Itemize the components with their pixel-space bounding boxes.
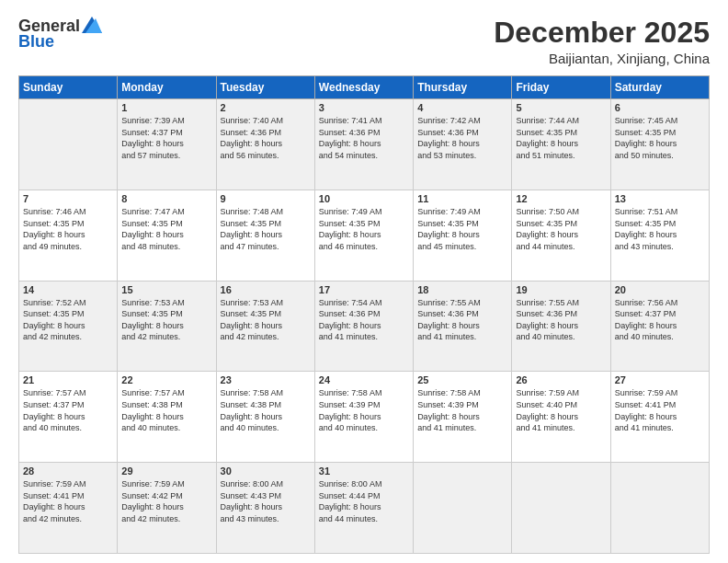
table-row: 18Sunrise: 7:55 AM Sunset: 4:36 PM Dayli… xyxy=(414,281,512,372)
calendar-row-3: 21Sunrise: 7:57 AM Sunset: 4:37 PM Dayli… xyxy=(19,372,710,463)
table-row xyxy=(512,463,610,554)
day-info: Sunrise: 8:00 AM Sunset: 4:44 PM Dayligh… xyxy=(319,478,409,524)
day-info: Sunrise: 7:46 AM Sunset: 4:35 PM Dayligh… xyxy=(23,206,113,252)
day-number: 27 xyxy=(615,374,705,385)
logo: General Blue xyxy=(18,17,102,52)
day-info: Sunrise: 7:56 AM Sunset: 4:37 PM Dayligh… xyxy=(615,297,705,343)
day-number: 17 xyxy=(319,284,409,295)
day-info: Sunrise: 7:41 AM Sunset: 4:36 PM Dayligh… xyxy=(319,115,409,161)
day-number: 20 xyxy=(615,284,705,295)
month-title: December 2025 xyxy=(494,17,710,49)
day-info: Sunrise: 7:57 AM Sunset: 4:38 PM Dayligh… xyxy=(121,387,211,433)
table-row: 11Sunrise: 7:49 AM Sunset: 4:35 PM Dayli… xyxy=(414,190,512,281)
header: General Blue December 2025 Baijiantan, X… xyxy=(18,17,710,66)
day-info: Sunrise: 7:53 AM Sunset: 4:35 PM Dayligh… xyxy=(121,297,211,343)
day-number: 19 xyxy=(516,284,606,295)
table-row: 23Sunrise: 7:58 AM Sunset: 4:38 PM Dayli… xyxy=(216,372,314,463)
table-row: 20Sunrise: 7:56 AM Sunset: 4:37 PM Dayli… xyxy=(610,281,709,372)
table-row: 7Sunrise: 7:46 AM Sunset: 4:35 PM Daylig… xyxy=(19,190,118,281)
subtitle: Baijiantan, Xinjiang, China xyxy=(494,51,710,66)
day-number: 25 xyxy=(417,374,507,385)
table-row: 5Sunrise: 7:44 AM Sunset: 4:35 PM Daylig… xyxy=(512,99,610,190)
day-info: Sunrise: 7:51 AM Sunset: 4:35 PM Dayligh… xyxy=(615,206,705,252)
logo-blue: Blue xyxy=(18,32,54,52)
table-row: 21Sunrise: 7:57 AM Sunset: 4:37 PM Dayli… xyxy=(19,372,118,463)
day-number: 7 xyxy=(23,193,113,204)
day-number: 18 xyxy=(417,284,507,295)
title-block: December 2025 Baijiantan, Xinjiang, Chin… xyxy=(494,17,710,66)
day-number: 3 xyxy=(319,102,409,113)
col-sunday: Sunday xyxy=(19,76,118,99)
day-number: 5 xyxy=(516,102,606,113)
day-info: Sunrise: 7:57 AM Sunset: 4:37 PM Dayligh… xyxy=(23,387,113,433)
day-info: Sunrise: 7:52 AM Sunset: 4:35 PM Dayligh… xyxy=(23,297,113,343)
table-row: 15Sunrise: 7:53 AM Sunset: 4:35 PM Dayli… xyxy=(118,281,216,372)
day-info: Sunrise: 8:00 AM Sunset: 4:43 PM Dayligh… xyxy=(221,478,311,524)
day-number: 1 xyxy=(121,102,211,113)
table-row: 12Sunrise: 7:50 AM Sunset: 4:35 PM Dayli… xyxy=(512,190,610,281)
day-number: 29 xyxy=(121,465,211,477)
day-info: Sunrise: 7:53 AM Sunset: 4:35 PM Dayligh… xyxy=(221,297,311,343)
table-row: 29Sunrise: 7:59 AM Sunset: 4:42 PM Dayli… xyxy=(118,463,216,554)
day-number: 24 xyxy=(319,374,409,385)
day-info: Sunrise: 7:58 AM Sunset: 4:38 PM Dayligh… xyxy=(221,387,311,433)
day-number: 21 xyxy=(23,374,113,385)
table-row: 24Sunrise: 7:58 AM Sunset: 4:39 PM Dayli… xyxy=(314,372,413,463)
table-row: 30Sunrise: 8:00 AM Sunset: 4:43 PM Dayli… xyxy=(216,463,314,554)
table-row: 22Sunrise: 7:57 AM Sunset: 4:38 PM Dayli… xyxy=(118,372,216,463)
day-number: 13 xyxy=(615,193,705,204)
day-number: 16 xyxy=(221,284,311,295)
col-wednesday: Wednesday xyxy=(314,76,413,99)
table-row xyxy=(414,463,512,554)
day-number: 22 xyxy=(121,374,211,385)
col-monday: Monday xyxy=(118,76,216,99)
table-row xyxy=(19,99,118,190)
calendar: Sunday Monday Tuesday Wednesday Thursday… xyxy=(18,75,710,554)
table-row: 17Sunrise: 7:54 AM Sunset: 4:36 PM Dayli… xyxy=(314,281,413,372)
day-info: Sunrise: 7:59 AM Sunset: 4:41 PM Dayligh… xyxy=(615,387,705,433)
day-info: Sunrise: 7:44 AM Sunset: 4:35 PM Dayligh… xyxy=(516,115,606,161)
day-info: Sunrise: 7:45 AM Sunset: 4:35 PM Dayligh… xyxy=(615,115,705,161)
calendar-row-0: 1Sunrise: 7:39 AM Sunset: 4:37 PM Daylig… xyxy=(19,99,710,190)
calendar-row-1: 7Sunrise: 7:46 AM Sunset: 4:35 PM Daylig… xyxy=(19,190,710,281)
day-info: Sunrise: 7:49 AM Sunset: 4:35 PM Dayligh… xyxy=(417,206,507,252)
table-row: 8Sunrise: 7:47 AM Sunset: 4:35 PM Daylig… xyxy=(118,190,216,281)
day-number: 15 xyxy=(121,284,211,295)
table-row: 4Sunrise: 7:42 AM Sunset: 4:36 PM Daylig… xyxy=(414,99,512,190)
day-info: Sunrise: 7:47 AM Sunset: 4:35 PM Dayligh… xyxy=(121,206,211,252)
table-row: 31Sunrise: 8:00 AM Sunset: 4:44 PM Dayli… xyxy=(314,463,413,554)
day-info: Sunrise: 7:55 AM Sunset: 4:36 PM Dayligh… xyxy=(516,297,606,343)
table-row: 28Sunrise: 7:59 AM Sunset: 4:41 PM Dayli… xyxy=(19,463,118,554)
day-info: Sunrise: 7:58 AM Sunset: 4:39 PM Dayligh… xyxy=(319,387,409,433)
table-row: 19Sunrise: 7:55 AM Sunset: 4:36 PM Dayli… xyxy=(512,281,610,372)
day-number: 10 xyxy=(319,193,409,204)
calendar-row-4: 28Sunrise: 7:59 AM Sunset: 4:41 PM Dayli… xyxy=(19,463,710,554)
day-info: Sunrise: 7:39 AM Sunset: 4:37 PM Dayligh… xyxy=(121,115,211,161)
day-number: 26 xyxy=(516,374,606,385)
day-number: 4 xyxy=(417,102,507,113)
day-info: Sunrise: 7:58 AM Sunset: 4:39 PM Dayligh… xyxy=(417,387,507,433)
table-row: 16Sunrise: 7:53 AM Sunset: 4:35 PM Dayli… xyxy=(216,281,314,372)
day-number: 12 xyxy=(516,193,606,204)
calendar-header-row: Sunday Monday Tuesday Wednesday Thursday… xyxy=(19,76,710,99)
table-row: 26Sunrise: 7:59 AM Sunset: 4:40 PM Dayli… xyxy=(512,372,610,463)
table-row: 3Sunrise: 7:41 AM Sunset: 4:36 PM Daylig… xyxy=(314,99,413,190)
day-info: Sunrise: 7:59 AM Sunset: 4:40 PM Dayligh… xyxy=(516,387,606,433)
table-row: 27Sunrise: 7:59 AM Sunset: 4:41 PM Dayli… xyxy=(610,372,709,463)
page: General Blue December 2025 Baijiantan, X… xyxy=(0,0,728,563)
table-row: 9Sunrise: 7:48 AM Sunset: 4:35 PM Daylig… xyxy=(216,190,314,281)
table-row: 10Sunrise: 7:49 AM Sunset: 4:35 PM Dayli… xyxy=(314,190,413,281)
day-number: 14 xyxy=(23,284,113,295)
table-row xyxy=(610,463,709,554)
table-row: 25Sunrise: 7:58 AM Sunset: 4:39 PM Dayli… xyxy=(414,372,512,463)
calendar-row-2: 14Sunrise: 7:52 AM Sunset: 4:35 PM Dayli… xyxy=(19,281,710,372)
logo-icon xyxy=(82,17,102,33)
table-row: 6Sunrise: 7:45 AM Sunset: 4:35 PM Daylig… xyxy=(610,99,709,190)
day-number: 6 xyxy=(615,102,705,113)
day-number: 31 xyxy=(319,465,409,477)
day-info: Sunrise: 7:54 AM Sunset: 4:36 PM Dayligh… xyxy=(319,297,409,343)
day-number: 28 xyxy=(23,465,113,477)
col-saturday: Saturday xyxy=(610,76,709,99)
day-info: Sunrise: 7:49 AM Sunset: 4:35 PM Dayligh… xyxy=(319,206,409,252)
day-info: Sunrise: 7:40 AM Sunset: 4:36 PM Dayligh… xyxy=(221,115,311,161)
